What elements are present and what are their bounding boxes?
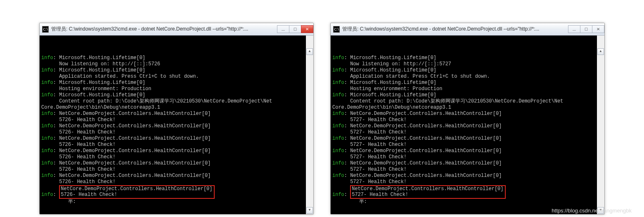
console-line: 5726- Health Check! [40, 142, 306, 148]
console-line: info: NetCore.DemoProject.Controllers.He… [40, 111, 306, 117]
titlebar[interactable]: C:\ 管理员: C:\windows\system32\cmd.exe - d… [40, 23, 313, 36]
console-line: info: Microsoft.Hosting.Lifetime[0] [331, 55, 597, 61]
console-line: 5727- Health Check! [331, 179, 597, 185]
console-line: info: NetCore.DemoProject.Controllers.He… [40, 148, 306, 154]
console-line: 5727- Health Check! [331, 154, 597, 160]
console-line: info: Microsoft.Hosting.Lifetime[0] [40, 92, 306, 98]
highlighted-log: NetCore.DemoProject.Controllers.HealthCo… [59, 185, 215, 199]
console-line: Application started. Press Ctrl+C to shu… [40, 74, 306, 80]
scrollbar[interactable]: ▲ ▼ [597, 36, 604, 214]
highlighted-log: NetCore.DemoProject.Controllers.HealthCo… [350, 185, 506, 199]
console-line: info: Microsoft.Hosting.Lifetime[0] [331, 80, 597, 86]
close-button[interactable] [301, 25, 313, 33]
console-line: info: Microsoft.Hosting.Lifetime[0] [40, 80, 306, 86]
console-line: Hosting environment: Production [331, 86, 597, 92]
console-line: info: NetCore.DemoProject.Controllers.He… [40, 136, 306, 142]
console-line: Content root path: D:\Code\架构师网课学习\20210… [331, 98, 597, 105]
cmd-window-1: C:\ 管理员: C:\windows\system32\cmd.exe - d… [39, 23, 314, 215]
console-line: 5727- Health Check! [331, 142, 597, 148]
console-line: info: NetCore.DemoProject.Controllers.He… [40, 173, 306, 179]
window-controls [277, 25, 313, 33]
watermark: https://blog.csdn.net/liangmengbk [552, 207, 632, 214]
console-line: Now listening on: http://[::]:5726 [40, 61, 306, 67]
console-line: info: NetCore.DemoProject.Controllers.He… [331, 160, 597, 167]
maximize-button[interactable] [580, 25, 592, 33]
console-line: 5726- Health Check! [40, 167, 306, 173]
console-line: info: Microsoft.Hosting.Lifetime[0] [331, 92, 597, 98]
console-line: info: NetCore.DemoProject.Controllers.He… [40, 123, 306, 129]
minimize-button[interactable] [277, 25, 289, 33]
console-line: Hosting environment: Production [40, 86, 306, 92]
console-line: info: Microsoft.Hosting.Lifetime[0] [40, 55, 306, 61]
console-line: 5727- Health Check! [331, 167, 597, 173]
console-line: info: NetCore.DemoProject.Controllers.He… [331, 111, 597, 117]
minimize-button[interactable] [568, 25, 580, 33]
console-line: info: Microsoft.Hosting.Lifetime[0] [40, 67, 306, 74]
console-line: info: NetCore.DemoProject.Controllers.He… [331, 136, 597, 142]
cmd-icon: C:\ [333, 26, 340, 33]
cmd-window-2: C:\ 管理员: C:\windows\system32\cmd.exe - d… [330, 23, 605, 215]
console-line: info: NetCore.DemoProject.Controllers.He… [331, 173, 597, 179]
console-line: 5726- Health Check! [40, 129, 306, 136]
window-title: 管理员: C:\windows\system32\cmd.exe - dotne… [342, 26, 568, 33]
console-line: 5727- Health Check! [331, 129, 597, 136]
console-line: 5726- Health Check! [40, 179, 306, 185]
window-controls [568, 25, 604, 33]
console-output[interactable]: ▲ ▼ info: Microsoft.Hosting.Lifetime[0] … [331, 36, 604, 214]
console-line: info: NetCore.DemoProject.Controllers.He… [331, 123, 597, 129]
console-line: Core.DemoProject\bin\Debug\netcoreapp3.1 [40, 105, 306, 111]
console-line: Application started. Press Ctrl+C to shu… [331, 74, 597, 80]
console-line: info: NetCore.DemoProject.Controllers.He… [331, 148, 597, 154]
console-line: info: Microsoft.Hosting.Lifetime[0] [331, 67, 597, 74]
console-line: info: NetCore.DemoProject.Controllers.He… [331, 185, 597, 199]
console-line: 5726- Health Check! [40, 117, 306, 123]
cmd-icon: C:\ [42, 26, 49, 33]
console-output[interactable]: ▲ ▼ info: Microsoft.Hosting.Lifetime[0] … [40, 36, 313, 214]
console-line: Now listening on: http://[::]:5727 [331, 61, 597, 67]
console-line: Core.DemoProject\bin\Debug\netcoreapp3.1 [331, 105, 597, 111]
console-line: 5727- Health Check! [331, 117, 597, 123]
scroll-up-icon[interactable]: ▲ [597, 48, 604, 55]
input-line[interactable]: 半: [331, 199, 597, 205]
scroll-up-icon[interactable]: ▲ [306, 48, 313, 55]
close-button[interactable] [592, 25, 604, 33]
window-title: 管理员: C:\windows\system32\cmd.exe - dotne… [51, 26, 277, 33]
console-line: info: NetCore.DemoProject.Controllers.He… [40, 160, 306, 167]
console-line: Content root path: D:\Code\架构师网课学习\20210… [40, 98, 306, 105]
scrollbar[interactable]: ▲ ▼ [306, 36, 313, 214]
maximize-button[interactable] [289, 25, 301, 33]
console-line: 5726- Health Check! [40, 154, 306, 160]
titlebar[interactable]: C:\ 管理员: C:\windows\system32\cmd.exe - d… [331, 23, 604, 36]
scroll-down-icon[interactable]: ▼ [306, 207, 313, 214]
input-line[interactable]: 半: [40, 199, 306, 205]
console-line: info: NetCore.DemoProject.Controllers.He… [40, 185, 306, 199]
